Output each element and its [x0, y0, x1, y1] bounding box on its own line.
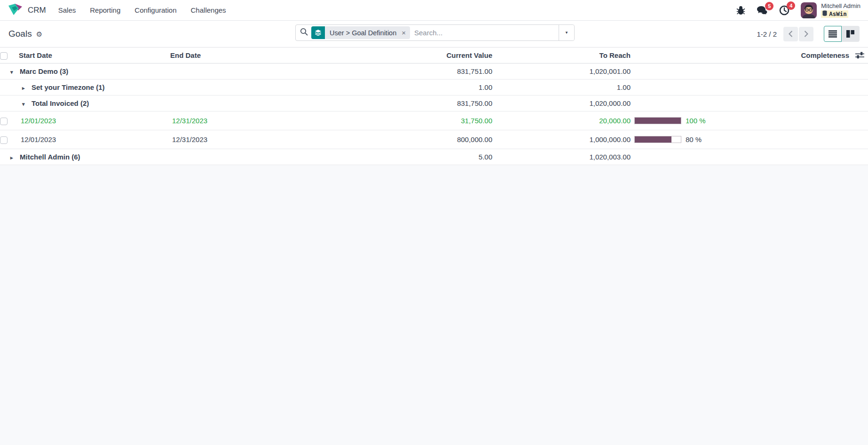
completeness-progressbar	[634, 136, 681, 143]
group-to-reach: 1,020,001.00	[492, 64, 631, 79]
search-icon	[300, 28, 308, 38]
col-header-completeness[interactable]: Completeness	[801, 51, 849, 59]
group-to-reach: 1,020,003.00	[492, 149, 631, 165]
app-brand[interactable]: CRM	[8, 3, 46, 18]
col-header-current-value[interactable]: Current Value	[321, 48, 492, 64]
user-menu[interactable]: Mitchell Admin AsWin	[801, 2, 860, 18]
caret-right-icon[interactable]: ▸	[10, 155, 16, 161]
group-current-value: 5.00	[321, 149, 492, 165]
menu-challenges[interactable]: Challenges	[191, 6, 226, 14]
col-header-start-date[interactable]: Start Date	[19, 48, 170, 64]
user-names: Mitchell Admin AsWin	[821, 2, 860, 18]
caret-down-icon[interactable]: ▾	[22, 101, 28, 107]
start-date-cell: 12/01/2023	[19, 130, 170, 149]
pager-next-icon[interactable]	[799, 27, 813, 41]
menu-configuration[interactable]: Configuration	[134, 6, 176, 14]
control-panel: Goals ⚙ User > Goal Definition × ▼ 1-2 /…	[0, 21, 868, 47]
pager-previous-icon[interactable]	[783, 27, 798, 41]
action-gear-icon[interactable]: ⚙	[36, 31, 42, 38]
database-icon	[822, 10, 827, 18]
completeness-label: 80 %	[686, 135, 702, 143]
avatar	[801, 2, 817, 18]
menu-reporting[interactable]: Reporting	[90, 6, 120, 14]
group-current-value: 831,751.00	[321, 64, 492, 79]
search-facet: User > Goal Definition ×	[311, 26, 410, 39]
to-reach-cell: 20,000.00	[492, 111, 631, 130]
group-row-total-invoiced[interactable]: ▾Total Invoiced (2) 831,750.00 1,020,000…	[0, 95, 868, 111]
group-row-marc-demo[interactable]: ▾Marc Demo (3) 831,751.00 1,020,001.00	[0, 64, 868, 79]
app-logo-icon	[8, 3, 24, 18]
to-reach-cell: 1,000,000.00	[492, 130, 631, 149]
search-dropdown-icon[interactable]: ▼	[559, 25, 574, 40]
top-navbar: CRM Sales Reporting Configuration Challe…	[0, 0, 868, 21]
messages-badge: 5	[765, 2, 773, 10]
kanban-view-icon[interactable]	[842, 26, 860, 42]
app-name[interactable]: CRM	[28, 6, 46, 15]
database-name: AsWin	[829, 10, 847, 18]
col-header-to-reach[interactable]: To Reach	[492, 48, 631, 64]
search-input[interactable]	[414, 29, 559, 37]
activities-badge: 4	[787, 1, 795, 10]
end-date-cell: 12/31/2023	[170, 130, 321, 149]
facet-close-icon[interactable]: ×	[401, 26, 410, 39]
list-view-icon[interactable]	[824, 26, 842, 42]
goal-record-row[interactable]: 12/01/2023 12/31/2023 800,000.00 1,000,0…	[0, 130, 868, 149]
completeness-label: 100 %	[686, 117, 706, 125]
optional-columns-icon[interactable]	[855, 52, 864, 59]
group-to-reach: 1,020,000.00	[492, 95, 631, 111]
messages-icon[interactable]: 5	[757, 6, 768, 15]
row-checkbox[interactable]	[0, 118, 8, 125]
search-bar: User > Goal Definition × ▼	[295, 24, 575, 41]
goal-record-row[interactable]: 12/01/2023 12/31/2023 31,750.00 20,000.0…	[0, 111, 868, 130]
group-row-set-your-timezone[interactable]: ▸Set your Timezone (1) 1.00 1.00	[0, 79, 868, 95]
start-date-cell: 12/01/2023	[19, 111, 170, 130]
group-current-value: 831,750.00	[321, 95, 492, 111]
groupby-layers-icon	[311, 26, 325, 39]
select-all-checkbox[interactable]	[0, 52, 8, 60]
group-row-mitchell-admin[interactable]: ▸Mitchell Admin (6) 5.00 1,020,003.00	[0, 149, 868, 165]
current-value-cell: 31,750.00	[321, 111, 492, 130]
debug-bug-icon[interactable]	[736, 6, 745, 15]
current-value-cell: 800,000.00	[321, 130, 492, 149]
menu-sales[interactable]: Sales	[58, 6, 76, 14]
completeness-progressbar	[634, 117, 681, 124]
pager: 1-2 / 2	[757, 30, 777, 38]
facet-label: User > Goal Definition	[325, 26, 401, 39]
systray: 5 4 Mitchell Admin	[736, 2, 860, 18]
caret-right-icon[interactable]: ▸	[22, 85, 28, 91]
col-header-end-date[interactable]: End Date	[170, 48, 321, 64]
group-to-reach: 1.00	[492, 79, 631, 95]
view-switcher	[824, 26, 860, 42]
header-row: Start Date End Date Current Value To Rea…	[0, 48, 868, 64]
nav-menus: Sales Reporting Configuration Challenges	[58, 6, 226, 14]
end-date-cell: 12/31/2023	[170, 111, 321, 130]
database-badge: AsWin	[821, 10, 848, 18]
page-title: Goals	[8, 29, 32, 39]
activities-clock-icon[interactable]: 4	[779, 5, 789, 16]
goals-list: Start Date End Date Current Value To Rea…	[0, 47, 868, 165]
user-name: Mitchell Admin	[821, 2, 860, 10]
group-current-value: 1.00	[321, 79, 492, 95]
row-checkbox[interactable]	[0, 136, 8, 144]
caret-down-icon[interactable]: ▾	[10, 69, 16, 75]
